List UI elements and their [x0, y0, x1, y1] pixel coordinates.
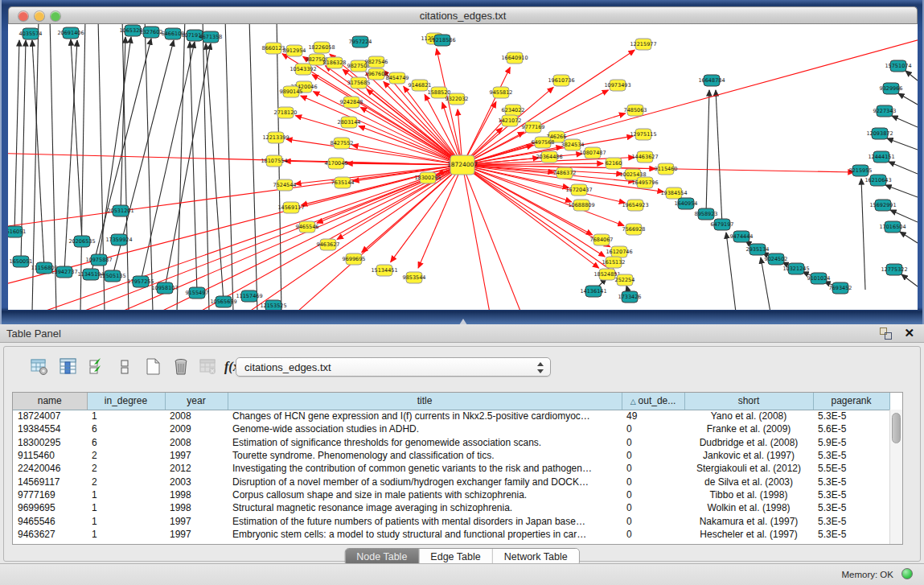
graph-node[interactable]: 17016504: [879, 221, 906, 233]
column-header-name[interactable]: name: [13, 393, 87, 410]
scrollbar-thumb[interactable]: [892, 413, 901, 443]
tab-edge-table[interactable]: Edge Table: [419, 549, 492, 565]
column-header-in-degree[interactable]: in_degree: [87, 393, 165, 410]
table-row[interactable]: 1830029562008Estimation of significance …: [13, 436, 889, 449]
graph-node[interactable]: 15692991: [869, 200, 896, 211]
graph-node[interactable]: 7566928: [622, 224, 646, 235]
graph-node[interactable]: 11345194: [77, 269, 104, 280]
graph-node[interactable]: 12775322: [881, 264, 907, 275]
graph-node[interactable]: 9463627: [317, 239, 340, 250]
graph-node[interactable]: 16120746: [606, 246, 632, 257]
graph-node[interactable]: 9227343: [873, 105, 897, 117]
graph-node[interactable]: 2516051: [8, 226, 26, 237]
column-header-out-de-[interactable]: △out_de...: [622, 393, 684, 410]
graph-node[interactable]: 2718120: [274, 107, 298, 118]
graph-node[interactable]: 1650051: [10, 256, 33, 267]
graph-node[interactable]: 15134451: [371, 265, 397, 276]
graph-node[interactable]: 7957224: [349, 36, 372, 47]
graph-node[interactable]: 18107554: [261, 155, 287, 167]
graph-node[interactable]: 2935134: [746, 244, 770, 255]
graph-node[interactable]: 16648784: [698, 75, 725, 86]
graph-node[interactable]: 9465546: [296, 221, 319, 233]
graph-node[interactable]: 9474444: [730, 231, 754, 242]
graph-node[interactable]: 7485063: [624, 105, 647, 116]
graph-node[interactable]: 6466100: [162, 28, 185, 39]
graph-node[interactable]: 252254: [615, 274, 635, 286]
graph-node[interactable]: 62160: [606, 158, 622, 169]
graph-node[interactable]: 2967608: [365, 68, 388, 80]
table-header-row[interactable]: namein_degreeyeartitle△out_de...shortpag…: [13, 393, 889, 410]
table-row[interactable]: 1456911722003Disruption of a novel membe…: [13, 475, 889, 488]
graph-node[interactable]: 8215955: [849, 165, 873, 176]
graph-node[interactable]: 9155497: [186, 287, 209, 299]
graph-node[interactable]: 8958923: [695, 208, 718, 220]
column-header-short[interactable]: short: [684, 393, 813, 410]
table-row[interactable]: 946554611997Estimation of the future num…: [13, 514, 889, 527]
graph-node[interactable]: 7693452: [829, 282, 852, 294]
graph-node[interactable]: 10653287: [119, 25, 146, 36]
graph-node[interactable]: 9827546: [365, 56, 388, 68]
graph-node[interactable]: 12975115: [630, 129, 656, 140]
vertical-scrollbar[interactable]: [889, 410, 902, 544]
graph-node[interactable]: 9146821: [409, 80, 432, 91]
graph-node[interactable]: 18724007: [447, 155, 478, 175]
graph-node[interactable]: 10807487: [579, 147, 606, 159]
graph-node[interactable]: 16640910: [501, 52, 528, 64]
graph-node[interactable]: 17359924: [105, 234, 132, 245]
column-header-year[interactable]: year: [165, 393, 228, 410]
graph-node[interactable]: 9329966: [880, 83, 903, 94]
create-column-button[interactable]: [142, 356, 165, 378]
graph-node[interactable]: 4170046: [325, 158, 348, 169]
memory-status-indicator[interactable]: [901, 568, 913, 579]
graph-node[interactable]: 15751074: [885, 60, 911, 72]
table-row[interactable]: 946362711997Embryonic stem cells: a mode…: [13, 528, 889, 541]
float-panel-icon[interactable]: [880, 328, 892, 340]
graph-node[interactable]: 8454749: [386, 72, 409, 84]
network-view-canvas[interactable]: 1872400718300295866012389129541822605898…: [8, 24, 918, 310]
graph-node[interactable]: 19654923: [622, 200, 648, 211]
table-row[interactable]: 911546021997Tourette syndrome. Phenomeno…: [13, 449, 889, 462]
graph-node[interactable]: 7486372: [553, 167, 577, 179]
graph-node[interactable]: 2803144: [338, 117, 361, 128]
graph-node[interactable]: 10973493: [604, 80, 630, 91]
close-panel-icon[interactable]: ✕: [904, 326, 914, 340]
table-row[interactable]: 969969511998Structural magnetic resonanc…: [13, 501, 889, 514]
table-mode-button[interactable]: [28, 356, 51, 378]
graph-node[interactable]: 7524544: [273, 179, 297, 191]
graph-node[interactable]: 9853544: [403, 272, 426, 283]
table-row[interactable]: 1872400712008Changes of HCN gene express…: [13, 410, 889, 422]
graph-node[interactable]: 3175685: [347, 77, 371, 89]
table-row[interactable]: 977716911998Corpus callosum shape and si…: [13, 488, 889, 501]
table-selector-dropdown[interactable]: citations_edges.txt: [236, 357, 551, 377]
graph-node[interactable]: 1733426: [618, 291, 642, 303]
graph-node[interactable]: 8660123: [262, 43, 285, 54]
graph-node[interactable]: 12213399: [262, 132, 289, 143]
deselect-all-button[interactable]: [113, 356, 136, 378]
graph-node[interactable]: 7635144: [331, 177, 355, 188]
graph-node[interactable]: 11157469: [236, 290, 262, 302]
graph-node[interactable]: 19384554: [660, 187, 687, 199]
graph-node[interactable]: 9827508: [347, 60, 371, 72]
graph-node[interactable]: 14463627: [631, 151, 658, 163]
graph-node[interactable]: 10975887: [85, 254, 112, 266]
network-window-titlebar[interactable]: citations_edges.txt: [8, 6, 918, 24]
select-all-button[interactable]: [86, 356, 109, 378]
graph-node[interactable]: 10688809: [568, 200, 594, 211]
delete-column-button[interactable]: [170, 356, 192, 378]
tab-node-table[interactable]: Node Table: [345, 549, 419, 565]
column-header-pagerank[interactable]: pagerank: [813, 393, 889, 410]
graph-node[interactable]: 20206535: [68, 236, 95, 247]
graph-node[interactable]: 8427552: [331, 138, 354, 149]
graph-node[interactable]: 8912954: [283, 45, 306, 56]
tab-network-table[interactable]: Network Table: [493, 549, 579, 565]
graph-node[interactable]: 20531201: [107, 205, 133, 216]
graph-node[interactable]: 20691406: [57, 27, 84, 39]
graph-node[interactable]: 1327602: [140, 27, 163, 38]
graph-node[interactable]: 9455812: [490, 87, 513, 98]
graph-node[interactable]: 1421072: [499, 115, 522, 126]
graph-node[interactable]: 7684067: [590, 234, 614, 245]
show-columns-button[interactable]: [57, 356, 80, 378]
graph-node[interactable]: 10958107: [151, 282, 178, 294]
graph-node[interactable]: 14136141: [580, 286, 606, 297]
table-row[interactable]: 2242004622012Investigating the contribut…: [13, 462, 889, 475]
